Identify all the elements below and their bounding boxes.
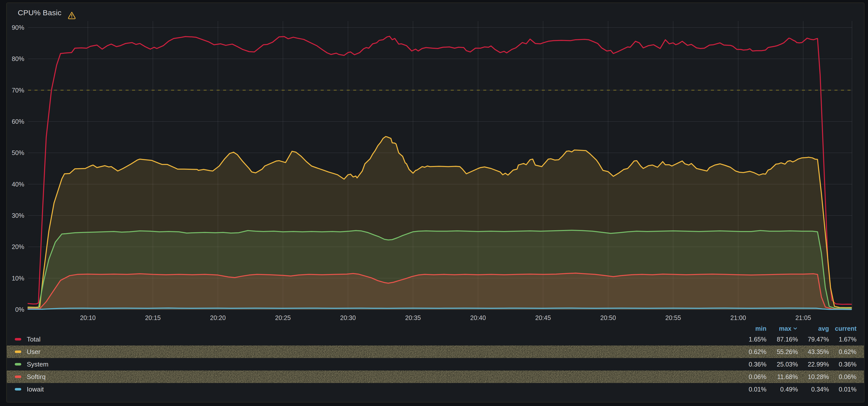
legend-sort-header-max[interactable]: max xyxy=(767,325,798,332)
y-axis-label: 60% xyxy=(12,118,24,125)
y-axis-label: 10% xyxy=(12,275,24,282)
stat-value-current: 0.06% xyxy=(829,373,857,380)
series-color-swatch xyxy=(15,350,21,353)
series-name-label[interactable]: System xyxy=(27,361,49,368)
y-axis-label: 90% xyxy=(12,24,24,31)
legend-header-label: max xyxy=(779,325,792,332)
stat-value-avg: 79.47% xyxy=(798,336,829,343)
stat-value-max: 87.16% xyxy=(767,336,798,343)
legend-row-system[interactable]: System0.36%25.03%22.99%0.36% xyxy=(7,358,864,371)
stat-value-avg: 10.28% xyxy=(798,373,829,380)
stat-value-current: 0.01% xyxy=(829,386,857,393)
series-color-swatch xyxy=(15,388,21,391)
stat-value-max: 0.49% xyxy=(767,386,798,393)
legend-header-label: current xyxy=(835,325,857,332)
x-axis-label: 20:30 xyxy=(340,314,356,321)
series-color-swatch xyxy=(15,338,21,340)
x-axis-label: 20:25 xyxy=(275,314,291,321)
x-axis-label: 21:05 xyxy=(796,314,811,321)
series-color-swatch xyxy=(15,375,21,378)
y-axis-label: 70% xyxy=(12,87,24,94)
legend-table: minmaxavgcurrentTotal1.65%87.16%79.47%1.… xyxy=(7,324,864,396)
stat-value-avg: 22.99% xyxy=(798,361,829,368)
legend-sort-header-current[interactable]: current xyxy=(829,325,857,332)
stat-value-min: 0.06% xyxy=(729,373,767,380)
stat-value-current: 0.62% xyxy=(829,348,857,356)
y-axis-label: 20% xyxy=(12,243,24,250)
y-axis-label: 50% xyxy=(12,149,24,156)
x-axis-label: 20:45 xyxy=(535,314,551,321)
legend-sort-header-min[interactable]: min xyxy=(729,325,767,332)
series-name-label[interactable]: User xyxy=(27,348,40,356)
legend-header-label: min xyxy=(755,325,767,332)
stat-value-max: 11.68% xyxy=(767,373,798,380)
y-axis-label: 30% xyxy=(12,212,24,219)
stat-value-avg: 0.34% xyxy=(798,386,829,393)
legend-sort-header-avg[interactable]: avg xyxy=(798,325,829,332)
legend-header-row: minmaxavgcurrent xyxy=(7,324,864,333)
stat-value-current: 0.36% xyxy=(829,361,857,368)
x-axis-label: 20:20 xyxy=(210,314,226,321)
legend-row-user[interactable]: User0.62%55.26%43.35%0.62% xyxy=(7,345,864,358)
stat-value-min: 0.01% xyxy=(729,386,767,393)
series-color-swatch xyxy=(15,363,21,366)
stat-value-min: 0.62% xyxy=(729,348,767,356)
x-axis-label: 20:15 xyxy=(145,314,161,321)
series-name-label[interactable]: Total xyxy=(27,336,40,343)
y-axis-label: 80% xyxy=(12,55,24,62)
stat-value-min: 0.36% xyxy=(729,361,767,368)
y-axis-label: 0% xyxy=(15,306,24,313)
legend-row-softirq[interactable]: Softirq0.06%11.68%10.28%0.06% xyxy=(7,371,864,383)
x-axis-label: 20:35 xyxy=(405,314,421,321)
x-axis-label: 20:40 xyxy=(470,314,486,321)
legend-header-label: avg xyxy=(818,325,829,332)
x-axis-label: 20:55 xyxy=(665,314,681,321)
x-axis-label: 20:50 xyxy=(600,314,616,321)
stat-value-min: 1.65% xyxy=(729,336,767,343)
x-axis-label: 20:10 xyxy=(80,314,96,321)
y-axis-label: 40% xyxy=(12,181,24,188)
series-name-label[interactable]: Iowait xyxy=(27,385,44,393)
stat-value-avg: 43.35% xyxy=(798,348,829,356)
series-name-label[interactable]: Softirq xyxy=(27,373,45,381)
sort-desc-chevron-icon xyxy=(793,326,798,331)
series-area-softirq xyxy=(28,273,851,309)
legend-row-total[interactable]: Total1.65%87.16%79.47%1.67% xyxy=(7,333,864,345)
stat-value-current: 1.67% xyxy=(829,336,857,343)
stat-value-max: 55.26% xyxy=(767,348,798,356)
legend-row-iowait[interactable]: Iowait0.01%0.49%0.34%0.01% xyxy=(7,383,864,396)
x-axis-label: 21:00 xyxy=(731,314,746,321)
stat-value-max: 25.03% xyxy=(767,361,798,368)
